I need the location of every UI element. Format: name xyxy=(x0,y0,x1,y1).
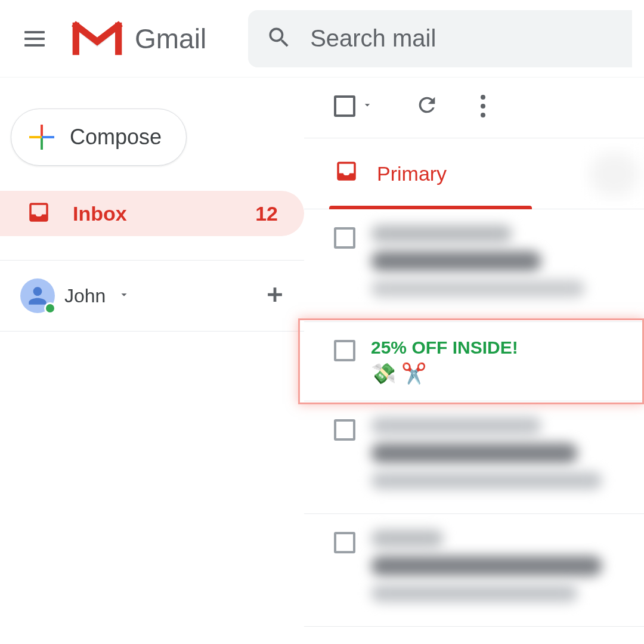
chevron-down-icon[interactable] xyxy=(361,99,373,113)
select-all-checkbox[interactable] xyxy=(334,95,373,117)
inbox-icon xyxy=(334,159,359,188)
sidebar-item-inbox[interactable]: Inbox 12 xyxy=(0,191,304,236)
svg-rect-4 xyxy=(115,22,122,54)
mail-row-blurred[interactable] xyxy=(304,401,644,514)
menu-icon[interactable] xyxy=(23,27,47,51)
svg-rect-3 xyxy=(73,22,79,54)
plus-icon xyxy=(29,125,54,150)
chevron-down-icon[interactable] xyxy=(115,288,131,304)
search-icon xyxy=(266,24,292,53)
search-input[interactable]: Search mail xyxy=(248,10,632,67)
toolbar xyxy=(304,92,644,138)
inbox-icon xyxy=(26,200,51,227)
mail-row-highlighted[interactable]: 25% OFF INSIDE! 💸 ✂️ xyxy=(304,322,644,401)
compose-button[interactable]: Compose xyxy=(11,109,187,166)
tab-primary[interactable]: Primary xyxy=(304,138,476,209)
sidebar: Compose Inbox 12 John xyxy=(0,78,304,627)
tab-label: Primary xyxy=(377,162,447,185)
search-placeholder: Search mail xyxy=(310,25,436,52)
blurred-content xyxy=(584,147,644,201)
mail-panel: Primary 25% OFF INSIDE! 💸 ✂️ xyxy=(304,78,644,627)
mail-row-blurred[interactable] xyxy=(304,209,644,322)
mail-row-blurred[interactable] xyxy=(304,514,644,627)
blurred-content xyxy=(371,417,614,498)
category-tabs: Primary xyxy=(304,138,644,209)
mail-preview-emoji: 💸 ✂️ xyxy=(371,361,614,385)
chat-user-item[interactable]: John xyxy=(0,261,304,332)
blurred-content xyxy=(371,225,614,306)
more-button[interactable] xyxy=(481,92,485,120)
refresh-button[interactable] xyxy=(415,93,439,119)
app-header: Gmail Search mail xyxy=(0,0,644,78)
avatar xyxy=(20,278,55,313)
inbox-label: Inbox xyxy=(73,202,234,225)
app-logo[interactable]: Gmail xyxy=(70,20,206,57)
mail-checkbox[interactable] xyxy=(334,532,355,553)
mail-checkbox[interactable] xyxy=(334,227,355,249)
mail-checkbox[interactable] xyxy=(334,419,355,441)
inbox-count: 12 xyxy=(255,202,278,225)
mail-subject: 25% OFF INSIDE! xyxy=(371,338,614,358)
checkbox-icon xyxy=(334,95,355,117)
compose-label: Compose xyxy=(70,125,162,150)
mail-list: 25% OFF INSIDE! 💸 ✂️ xyxy=(304,209,644,627)
blurred-content xyxy=(371,530,614,611)
mail-checkbox[interactable] xyxy=(334,340,355,361)
add-chat-button[interactable] xyxy=(264,283,286,308)
tab-indicator xyxy=(329,206,532,209)
app-name: Gmail xyxy=(135,23,206,55)
status-online-icon xyxy=(44,302,56,314)
gmail-logo-icon xyxy=(70,20,124,57)
chat-user-name: John xyxy=(64,285,106,307)
